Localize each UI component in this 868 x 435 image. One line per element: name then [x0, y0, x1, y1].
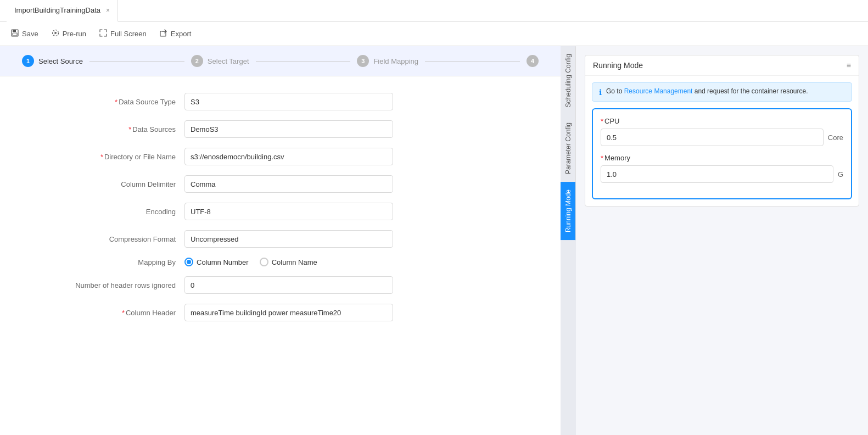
svg-marker-4	[54, 32, 57, 35]
directory-label: *Directory or File Name	[66, 153, 176, 161]
compression-label: Compression Format	[66, 235, 176, 243]
fullscreen-button[interactable]: Full Screen	[99, 29, 147, 38]
header-rows-label: Number of header rows ignored	[66, 281, 176, 289]
active-tab[interactable]: ImportBuildingTrainingData ×	[7, 0, 118, 22]
encoding-input[interactable]	[184, 203, 393, 220]
step-1[interactable]: 1 Select Source	[22, 55, 83, 67]
fullscreen-label: Full Screen	[110, 30, 147, 38]
cpu-input[interactable]	[601, 129, 824, 146]
radio-column-number-label: Column Number	[197, 258, 249, 266]
memory-input[interactable]	[601, 165, 833, 183]
resource-management-link[interactable]: Resource Management	[624, 87, 693, 95]
radio-column-name-circle	[260, 258, 268, 266]
right-sidebar: Scheduling Config Parameter Config Runni…	[561, 46, 868, 435]
info-banner: ℹ Go to Resource Management and request …	[592, 82, 852, 102]
memory-field: *Memory G	[601, 154, 843, 183]
step-4[interactable]: 4	[527, 55, 539, 67]
running-mode-title: Running Mode	[593, 61, 643, 70]
data-source-type-row: *Data Source Type	[66, 93, 528, 110]
left-panel: 1 Select Source 2 Select Target 3 Field …	[0, 46, 561, 435]
export-button[interactable]: Export	[160, 29, 192, 38]
memory-unit: G	[838, 170, 843, 179]
save-button[interactable]: Save	[11, 29, 38, 38]
main-layout: 1 Select Source 2 Select Target 3 Field …	[0, 46, 868, 435]
info-text-before: Go to	[606, 87, 624, 95]
column-header-label: *Column Header	[66, 309, 176, 317]
data-sources-row: *Data Sources	[66, 120, 528, 138]
running-mode-panel: Running Mode ≡ ℹ Go to Resource Manageme…	[585, 55, 859, 207]
data-sources-input[interactable]	[184, 120, 393, 138]
column-header-input[interactable]	[184, 304, 393, 321]
export-label: Export	[171, 30, 192, 38]
tab-title: ImportBuildingTrainingData	[14, 6, 100, 14]
radio-column-name[interactable]: Column Name	[260, 258, 317, 266]
compression-input[interactable]	[184, 230, 393, 248]
prerun-button[interactable]: Pre-run	[52, 29, 86, 38]
tab-running-mode[interactable]: Running Mode	[561, 182, 576, 240]
step-divider-3	[425, 61, 520, 62]
column-delimiter-label: Column Delimiter	[66, 180, 176, 188]
fullscreen-icon	[99, 29, 107, 38]
cpu-label: *CPU	[601, 117, 843, 125]
directory-row: *Directory or File Name	[66, 148, 528, 165]
svg-rect-2	[13, 33, 17, 36]
prerun-icon	[52, 29, 59, 38]
step-divider-2	[256, 61, 351, 62]
mapping-by-label: Mapping By	[66, 258, 176, 266]
data-sources-label: *Data Sources	[66, 125, 176, 133]
form-area: *Data Source Type *Data Sources *Directo…	[0, 76, 561, 435]
step-1-circle: 1	[22, 55, 34, 67]
data-source-type-label: *Data Source Type	[66, 98, 176, 106]
data-source-type-input[interactable]	[184, 93, 393, 110]
step-divider-1	[89, 61, 184, 62]
save-icon	[11, 29, 19, 38]
sidebar-tabs: Scheduling Config Parameter Config Runni…	[561, 46, 576, 435]
radio-column-number[interactable]: Column Number	[184, 258, 249, 266]
running-mode-header: Running Mode ≡	[585, 55, 859, 76]
encoding-label: Encoding	[66, 208, 176, 216]
tab-scheduling-config[interactable]: Scheduling Config	[561, 46, 576, 115]
toolbar: Save Pre-run Full Screen Export	[0, 22, 868, 46]
info-icon: ℹ	[599, 88, 602, 97]
sidebar-panel-content: Running Mode ≡ ℹ Go to Resource Manageme…	[576, 46, 868, 435]
svg-rect-1	[13, 30, 16, 32]
step-2[interactable]: 2 Select Target	[191, 55, 249, 67]
step-4-circle: 4	[527, 55, 539, 67]
directory-input[interactable]	[184, 148, 393, 165]
resource-config-box: *CPU Core *Memory G	[592, 108, 852, 199]
step-1-label: Select Source	[38, 57, 83, 65]
wizard-steps: 1 Select Source 2 Select Target 3 Field …	[0, 46, 561, 76]
column-delimiter-input[interactable]	[184, 175, 393, 193]
export-icon	[160, 29, 167, 38]
cpu-input-row: Core	[601, 129, 843, 146]
step-3[interactable]: 3 Field Mapping	[357, 55, 418, 67]
running-mode-menu-icon[interactable]: ≡	[847, 61, 851, 70]
info-text-after: and request for the container resource.	[692, 87, 808, 95]
tab-bar: ImportBuildingTrainingData ×	[0, 0, 868, 22]
step-2-label: Select Target	[208, 57, 249, 65]
step-2-circle: 2	[191, 55, 203, 67]
tab-close-button[interactable]: ×	[106, 7, 110, 14]
encoding-row: Encoding	[66, 203, 528, 220]
cpu-field: *CPU Core	[601, 117, 843, 146]
radio-column-number-circle	[184, 258, 193, 266]
cpu-unit: Core	[828, 133, 843, 142]
step-3-label: Field Mapping	[373, 57, 418, 65]
prerun-label: Pre-run	[63, 30, 86, 38]
step-3-circle: 3	[357, 55, 369, 67]
tab-parameter-config[interactable]: Parameter Config	[561, 115, 576, 182]
mapping-by-radio-group: Column Number Column Name	[184, 258, 317, 266]
column-delimiter-row: Column Delimiter	[66, 175, 528, 193]
column-header-row: *Column Header	[66, 304, 528, 321]
compression-row: Compression Format	[66, 230, 528, 248]
memory-label: *Memory	[601, 154, 843, 162]
mapping-by-row: Mapping By Column Number Column Name	[66, 258, 528, 266]
header-rows-row: Number of header rows ignored	[66, 276, 528, 294]
radio-column-name-label: Column Name	[272, 258, 317, 266]
header-rows-input[interactable]	[184, 276, 393, 294]
save-label: Save	[22, 30, 38, 38]
svg-rect-5	[160, 31, 166, 36]
memory-input-row: G	[601, 165, 843, 183]
